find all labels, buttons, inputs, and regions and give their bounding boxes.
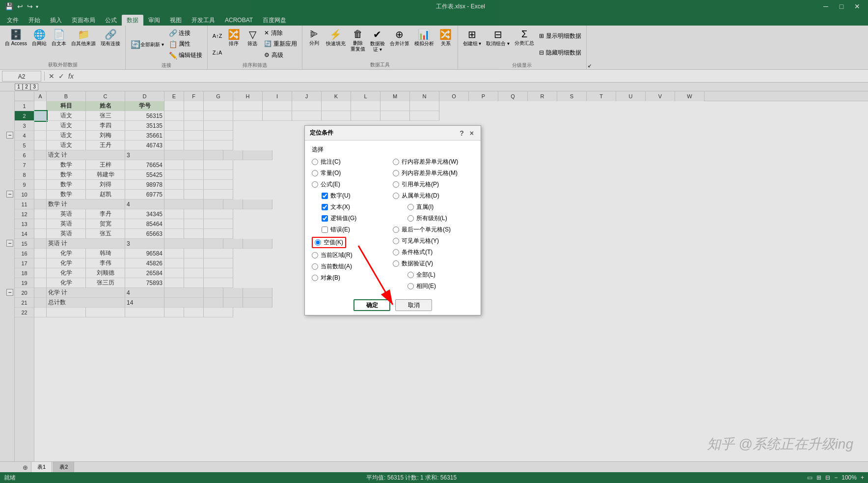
dialog-overlay: 定位条件 ? × 选择 批注(C) 常量(O) [0, 0, 868, 483]
radio-dependent[interactable] [393, 193, 399, 199]
dialog-help-button[interactable]: ? [458, 129, 466, 137]
dialog-footer: 确定 取消 [305, 295, 481, 315]
radio-all-level[interactable] [407, 215, 414, 222]
option-const[interactable]: 常量(O) [312, 169, 393, 177]
radio-col-diff[interactable] [393, 170, 399, 176]
option-cond-format[interactable]: 条件格式(T) [393, 248, 474, 256]
cancel-button[interactable]: 取消 [395, 299, 432, 311]
ok-button[interactable]: 确定 [353, 299, 390, 311]
checkbox-number[interactable] [322, 193, 328, 199]
option-current-array[interactable]: 当前数组(A) [312, 262, 393, 271]
dialog-body: 选择 批注(C) 常量(O) 公式(E) [305, 141, 481, 295]
locate-condition-dialog: 定位条件 ? × 选择 批注(C) 常量(O) [304, 125, 481, 315]
option-object[interactable]: 对象(B) [312, 274, 393, 282]
option-error[interactable]: 错误(E) [312, 226, 393, 234]
radio-direct[interactable] [407, 204, 414, 210]
radio-cond-format[interactable] [393, 249, 399, 256]
option-all-level[interactable]: 所有级别(L) [393, 214, 474, 223]
option-dependent[interactable]: 从属单元格(D) [393, 192, 474, 200]
option-direct[interactable]: 直属(I) [393, 203, 474, 211]
radio-visible[interactable] [393, 238, 399, 244]
checkbox-text[interactable] [322, 204, 328, 210]
radio-const[interactable] [312, 170, 318, 176]
option-formula[interactable]: 公式(E) [312, 180, 393, 189]
dialog-title-text: 定位条件 [310, 129, 333, 137]
checkbox-error[interactable] [322, 227, 328, 233]
dialog-columns: 批注(C) 常量(O) 公式(E) 数字(U) [312, 158, 474, 290]
radio-comment[interactable] [312, 159, 318, 165]
radio-same[interactable] [407, 283, 414, 289]
radio-data-val[interactable] [393, 260, 399, 267]
dialog-close-button[interactable]: × [468, 129, 476, 137]
checkbox-logic[interactable] [322, 215, 328, 222]
option-data-val[interactable]: 数据验证(V) [393, 259, 474, 268]
radio-current-region[interactable] [312, 252, 318, 258]
option-current-region[interactable]: 当前区域(R) [312, 251, 393, 259]
option-comment[interactable]: 批注(C) [312, 158, 393, 166]
option-all[interactable]: 全部(L) [393, 271, 474, 279]
radio-row-diff[interactable] [393, 159, 399, 165]
radio-formula[interactable] [312, 181, 318, 188]
option-ref[interactable]: 引用单元格(P) [393, 180, 474, 189]
radio-object[interactable] [312, 275, 318, 281]
option-row-diff[interactable]: 行内容差异单元格(W) [393, 158, 474, 166]
radio-current-array[interactable] [312, 263, 318, 270]
option-same[interactable]: 相同(E) [393, 282, 474, 290]
dialog-col-2: 行内容差异单元格(W) 列内容差异单元格(M) 引用单元格(P) 从属单元格(D… [393, 158, 474, 290]
dialog-section-label: 选择 [312, 145, 474, 154]
dialog-col-1: 批注(C) 常量(O) 公式(E) 数字(U) [312, 158, 393, 290]
radio-blank[interactable] [315, 239, 321, 246]
radio-all[interactable] [407, 272, 414, 278]
option-logic[interactable]: 逻辑值(G) [312, 214, 393, 223]
dialog-title-bar: 定位条件 ? × [305, 126, 481, 141]
radio-last-cell[interactable] [393, 227, 399, 233]
option-col-diff[interactable]: 列内容差异单元格(M) [393, 169, 474, 177]
option-number[interactable]: 数字(U) [312, 192, 393, 200]
dialog-title-buttons: ? × [458, 129, 476, 137]
option-visible[interactable]: 可见单元格(Y) [393, 237, 474, 245]
option-blank[interactable]: 空值(K) [312, 237, 346, 248]
option-text[interactable]: 文本(X) [312, 203, 393, 211]
radio-ref[interactable] [393, 181, 399, 188]
option-last-cell[interactable]: 最后一个单元格(S) [393, 226, 474, 234]
